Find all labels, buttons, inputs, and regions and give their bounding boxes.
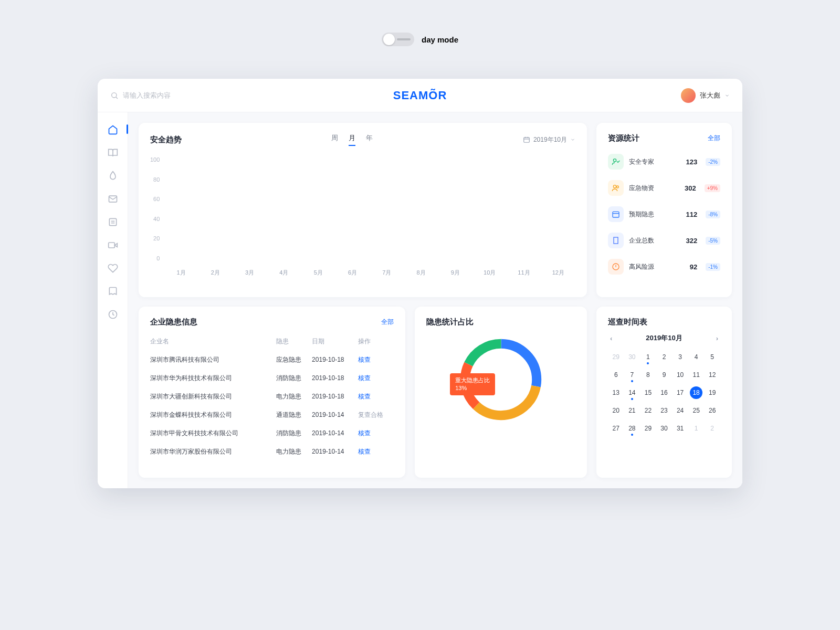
topbar: 请输入搜索内容 SEAMÕR 张大彪 xyxy=(98,79,742,112)
stat-value: 322 xyxy=(686,237,698,245)
table-cell: 深圳市甲骨文科技技术有限公司 xyxy=(150,424,276,443)
stat-row: 预期隐患112-8% xyxy=(608,201,720,227)
table-cell: 2019-10-18 xyxy=(312,351,358,369)
calendar-day[interactable]: 6 xyxy=(608,368,624,382)
table-action[interactable]: 核查 xyxy=(358,387,394,406)
calendar-day[interactable]: 12 xyxy=(704,368,720,382)
table-cell: 深圳市大疆创新科技有限公司 xyxy=(150,387,276,406)
calendar-month-label: 2019年10月 xyxy=(646,333,682,343)
book-icon xyxy=(108,148,118,158)
sidebar-item-book[interactable] xyxy=(107,147,119,159)
calendar-day[interactable]: 29 xyxy=(640,421,656,436)
calendar-day[interactable]: 10 xyxy=(672,368,688,382)
ytick: 80 xyxy=(150,176,160,183)
range-tab-年[interactable]: 年 xyxy=(366,133,373,146)
sidebar-item-read[interactable] xyxy=(107,286,119,297)
ytick: 40 xyxy=(150,216,160,222)
date-picker[interactable]: 2019年10月 xyxy=(523,135,575,144)
sidebar-item-drop[interactable] xyxy=(107,170,119,182)
table-row: 深圳市腾讯科技有限公司应急隐患2019-10-18核查 xyxy=(150,351,394,369)
table-header: 企业名 xyxy=(150,332,276,351)
stat-row: 企业总数322-5% xyxy=(608,227,720,254)
stats-title: 资源统计 xyxy=(608,133,639,143)
range-tab-周[interactable]: 周 xyxy=(331,133,338,146)
app-window: 请输入搜索内容 SEAMÕR 张大彪 安全趋势 周月年 xyxy=(98,79,742,488)
table-action[interactable]: 核查 xyxy=(358,443,394,461)
donut-title: 隐患统计占比 xyxy=(426,317,575,327)
table-cell: 2019-10-14 xyxy=(312,406,358,424)
stats-card: 资源统计 全部 安全专家123-2%应急物资302+9%预期隐患112-8%企业… xyxy=(596,123,732,297)
sidebar-item-clock[interactable] xyxy=(107,309,119,320)
toggle-bar xyxy=(397,38,411,40)
calendar-day[interactable]: 26 xyxy=(704,403,720,418)
chart-xaxis: 1月2月3月4月5月6月7月8月9月10月11月12月 xyxy=(164,269,575,277)
table-cell: 电力隐患 xyxy=(276,387,312,406)
sidebar-item-video[interactable] xyxy=(107,239,119,251)
stat-row: 安全专家123-2% xyxy=(608,149,720,175)
sidebar-item-mail[interactable] xyxy=(107,193,119,205)
table-action[interactable]: 核查 xyxy=(358,369,394,387)
sidebar-item-list[interactable] xyxy=(107,216,119,228)
calendar-day[interactable]: 19 xyxy=(704,385,720,400)
calendar-day[interactable]: 8 xyxy=(640,368,656,382)
calendar-day[interactable]: 1 xyxy=(688,421,705,436)
table-cell: 2019-10-18 xyxy=(312,387,358,406)
xtick: 9月 xyxy=(438,269,472,277)
calendar-day[interactable]: 7 xyxy=(624,368,640,382)
table-action[interactable]: 核查 xyxy=(358,424,394,443)
stat-value: 92 xyxy=(690,263,697,271)
calendar-day[interactable]: 21 xyxy=(624,403,640,418)
xtick: 2月 xyxy=(198,269,233,277)
calendar-day[interactable]: 2 xyxy=(656,350,673,364)
calendar-day[interactable]: 9 xyxy=(656,368,673,382)
calendar-day[interactable]: 24 xyxy=(672,403,688,418)
table-cell: 深圳市金蝶科技技术有限公司 xyxy=(150,406,276,424)
calendar-day[interactable]: 22 xyxy=(640,403,656,418)
range-tab-月[interactable]: 月 xyxy=(349,133,355,146)
calendar-day[interactable]: 5 xyxy=(704,350,720,364)
table-action[interactable]: 核查 xyxy=(358,351,394,369)
calendar-day[interactable]: 4 xyxy=(688,350,705,364)
day-mode-toggle[interactable] xyxy=(382,33,414,46)
table-all-link[interactable]: 全部 xyxy=(381,318,394,327)
calendar-day[interactable]: 30 xyxy=(624,350,640,364)
search-input[interactable]: 请输入搜索内容 xyxy=(110,91,171,100)
calendar-day[interactable]: 29 xyxy=(608,350,624,364)
drop-icon xyxy=(108,171,118,181)
stats-all-link[interactable]: 全部 xyxy=(708,134,720,143)
list-icon xyxy=(108,217,118,227)
search-placeholder: 请输入搜索内容 xyxy=(123,91,171,100)
calendar-day[interactable]: 11 xyxy=(688,368,705,382)
ytick: 60 xyxy=(150,196,160,202)
user-menu[interactable]: 张大彪 xyxy=(681,88,730,103)
calendar-title: 巡查时间表 xyxy=(608,317,720,327)
table-cell: 电力隐患 xyxy=(276,443,312,461)
calendar-prev[interactable]: ‹ xyxy=(608,333,614,343)
stat-delta: +9% xyxy=(705,184,720,192)
video-icon xyxy=(108,240,118,250)
calendar-day[interactable]: 23 xyxy=(656,403,673,418)
calendar-day[interactable]: 13 xyxy=(608,385,624,400)
calendar-day[interactable]: 30 xyxy=(656,421,673,436)
calendar-day[interactable]: 14 xyxy=(624,385,640,400)
calendar-day[interactable]: 31 xyxy=(672,421,688,436)
calendar-day[interactable]: 3 xyxy=(672,350,688,364)
calendar-day[interactable]: 1 xyxy=(640,350,656,364)
calendar-day[interactable]: 28 xyxy=(624,421,640,436)
calendar-day[interactable]: 18 xyxy=(690,386,702,399)
calendar-day[interactable]: 2 xyxy=(704,421,720,436)
calendar-day[interactable]: 17 xyxy=(672,385,688,400)
calendar-day[interactable]: 15 xyxy=(640,385,656,400)
calendar-day[interactable]: 27 xyxy=(608,421,624,436)
sidebar-item-heart[interactable] xyxy=(107,262,119,274)
search-icon xyxy=(110,91,119,100)
xtick: 7月 xyxy=(370,269,404,277)
calendar-day[interactable]: 16 xyxy=(656,385,673,400)
calendar-next[interactable]: › xyxy=(714,333,720,343)
calendar-day[interactable]: 25 xyxy=(688,403,705,418)
calendar-card: 巡查时间表 ‹ 2019年10月 › 293012345678910111213… xyxy=(596,307,732,478)
calendar-day[interactable]: 20 xyxy=(608,403,624,418)
toggle-knob xyxy=(383,34,395,45)
sidebar-item-home[interactable] xyxy=(107,124,119,135)
xtick: 6月 xyxy=(335,269,370,277)
